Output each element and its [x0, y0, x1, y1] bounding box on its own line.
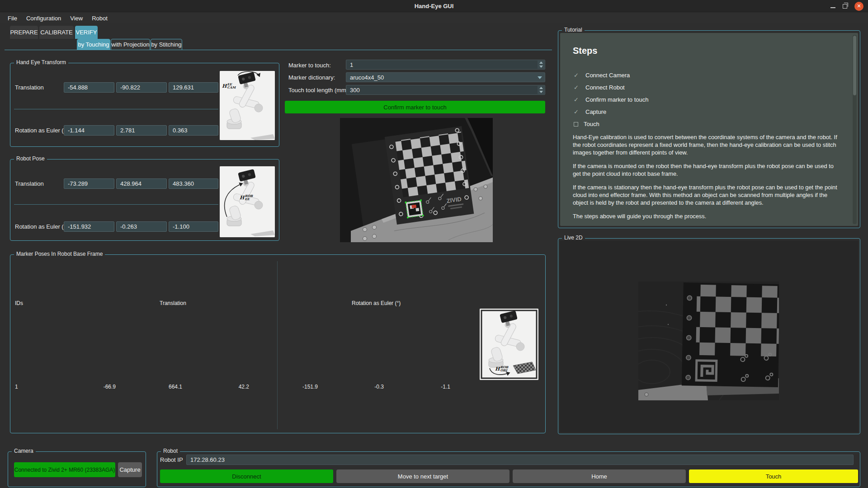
capture-button[interactable]: Capture — [118, 462, 142, 477]
translation-label: Translation — [15, 180, 44, 187]
cell-ry: -0.3 — [334, 384, 384, 390]
tab-calibrate[interactable]: CALIBRATE — [39, 26, 74, 39]
group-title: Camera — [12, 448, 36, 454]
checkbox-icon — [574, 122, 578, 127]
menu-configuration[interactable]: Configuration — [22, 14, 65, 23]
cell-id: 1 — [15, 384, 28, 390]
divider — [14, 109, 218, 109]
chevron-down-icon — [538, 76, 542, 79]
subtab-by-stitching[interactable]: by Stitching — [151, 39, 182, 50]
marker-pose-formula: H ROBOBJ — [495, 366, 508, 372]
minimize-icon[interactable] — [830, 5, 835, 8]
live-2d-view — [560, 240, 859, 432]
group-title: Tutorial — [562, 27, 585, 33]
camera-status-button[interactable]: Connected to Zivid 2+ MR60 (23383AGA) — [14, 462, 115, 477]
disconnect-button[interactable]: Disconnect — [160, 469, 333, 483]
divider — [14, 204, 218, 205]
marker-pose-robot-image: H ROBOBJ — [480, 309, 538, 380]
col-header-translation: Translation — [160, 300, 186, 306]
check-icon — [574, 108, 580, 115]
rp-translation-x[interactable]: -73.289 — [64, 178, 114, 189]
spinner-arrows[interactable] — [538, 61, 544, 69]
marker-poses-group: Marker Poses In Robot Base Frame IDs Tra… — [10, 254, 546, 433]
window-title: Hand-Eye GUI — [415, 3, 454, 9]
group-title: Robot Pose — [14, 155, 47, 162]
hand-eye-gui-window: Hand-Eye GUI File Configuration View Rob… — [0, 0, 868, 488]
step-touch: Touch — [574, 121, 599, 127]
close-icon[interactable] — [854, 2, 863, 11]
menu-view[interactable]: View — [66, 14, 87, 23]
group-title: Robot — [161, 448, 180, 454]
tab-verify[interactable]: VERIFY — [75, 26, 98, 39]
het-translation-z[interactable]: 129.631 — [169, 82, 218, 93]
hand-eye-transform-group: Hand Eye Transform Translation -54.888 -… — [10, 63, 279, 147]
robot-pose-image: H ROBEE — [220, 166, 275, 237]
check-icon — [574, 72, 580, 79]
het-translation-y[interactable]: -90.822 — [116, 82, 167, 93]
marker-dictionary-select[interactable]: aruco4x4_50 — [346, 72, 545, 82]
group-title: Hand Eye Transform — [14, 59, 68, 66]
camera-group: Camera Connected to Zivid 2+ MR60 (23383… — [8, 451, 146, 487]
titlebar: Hand-Eye GUI — [0, 0, 868, 12]
col-header-rotation: Rotation as Euler (°) — [352, 300, 401, 306]
cell-tx: -66.9 — [66, 384, 116, 390]
group-title: Live 2D — [562, 235, 585, 241]
scrollbar[interactable] — [853, 35, 857, 224]
robot-ip-input[interactable]: 172.28.60.23 — [186, 455, 854, 465]
live-2d-image — [638, 282, 779, 400]
restore-icon[interactable] — [843, 4, 847, 9]
marker-to-touch-input[interactable]: 1 — [346, 60, 545, 70]
rp-rotation-y[interactable]: -0.263 — [116, 221, 167, 232]
spinner-arrows[interactable] — [538, 86, 544, 94]
check-icon — [574, 84, 580, 91]
col-header-ids: IDs — [15, 300, 23, 306]
subtab-by-touching[interactable]: by Touching — [77, 39, 110, 50]
step-connect-camera: Connect Camera — [574, 72, 630, 79]
robot-pose-formula: H ROBEE — [240, 194, 253, 201]
hand-eye-formula: H EECAM — [222, 83, 236, 89]
het-rotation-z[interactable]: 0.363 — [169, 125, 218, 136]
tutorial-content: Steps Connect Camera Connect Robot Confi… — [560, 33, 858, 226]
scrollbar-thumb[interactable] — [853, 36, 856, 95]
robot-pose-group: Robot Pose Translation -73.289 428.964 4… — [10, 159, 279, 241]
steps-heading: Steps — [573, 46, 597, 56]
step-confirm-marker: Confirm marker to touch — [574, 96, 648, 103]
tutorial-group: Tutorial Steps Connect Camera Connect Ro… — [558, 30, 860, 228]
move-to-next-target-button[interactable]: Move to next target — [336, 469, 509, 483]
cell-tz: 42.2 — [199, 384, 249, 390]
het-translation-x[interactable]: -54.888 — [64, 82, 114, 93]
marker-to-touch-label: Marker to touch: — [288, 62, 331, 69]
home-button[interactable]: Home — [513, 469, 686, 483]
het-rotation-x[interactable]: -1.144 — [64, 125, 114, 136]
step-connect-robot: Connect Robot — [574, 84, 625, 91]
touch-tool-length-input[interactable]: 300 — [346, 85, 545, 95]
camera-capture-image: ZIVID — [340, 118, 493, 242]
marker-dictionary-label: Marker dictionary: — [288, 74, 335, 81]
het-rotation-y[interactable]: 2.781 — [116, 125, 167, 136]
tab-prepare[interactable]: PREPARE — [10, 26, 38, 39]
rp-rotation-x[interactable]: -151.932 — [64, 221, 114, 232]
rp-translation-z[interactable]: 483.360 — [169, 178, 218, 189]
rp-translation-y[interactable]: 428.964 — [116, 178, 167, 189]
group-title: Marker Poses In Robot Base Frame — [14, 251, 105, 257]
menu-file[interactable]: File — [4, 14, 21, 23]
touch-button[interactable]: Touch — [689, 469, 858, 483]
menu-robot[interactable]: Robot — [88, 14, 112, 23]
cell-rx: -151.9 — [268, 384, 318, 390]
confirm-marker-button[interactable]: Confirm marker to touch — [285, 101, 545, 113]
rp-rotation-z[interactable]: -1.100 — [169, 221, 218, 232]
live-2d-group: Live 2D — [558, 238, 860, 434]
rotation-label: Rotation as Euler (°) — [15, 223, 68, 230]
translation-label: Translation — [15, 84, 44, 91]
tab-pane-border — [5, 50, 552, 50]
tutorial-paragraphs: Hand-Eye calibration is used to convert … — [573, 133, 843, 226]
check-icon — [574, 96, 580, 103]
robot-ip-label: Robot IP — [160, 456, 183, 463]
step-capture: Capture — [574, 108, 606, 115]
menubar: File Configuration View Robot — [0, 13, 868, 23]
cell-rz: -1.1 — [401, 384, 450, 390]
column-divider — [277, 261, 278, 429]
hand-eye-robot-image: H EECAM — [220, 71, 275, 140]
cell-ty: 664.1 — [132, 384, 182, 390]
subtab-with-projection[interactable]: with Projection — [111, 39, 150, 50]
